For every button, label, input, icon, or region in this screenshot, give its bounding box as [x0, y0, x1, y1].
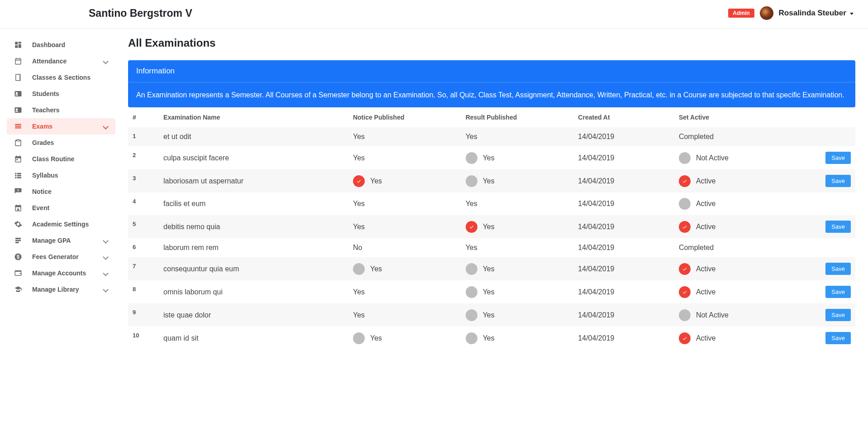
status-dot-red[interactable]: [466, 221, 477, 233]
gpa-icon: [14, 236, 25, 245]
status-dot-grey[interactable]: [466, 332, 477, 344]
sidebar-item-students[interactable]: Students: [7, 86, 115, 102]
info-box-title: Information: [128, 60, 855, 82]
sidebar-item-manage-accounts[interactable]: Manage Accounts: [7, 265, 115, 281]
save-button[interactable]: Save: [825, 286, 851, 298]
status-dot-red[interactable]: [679, 221, 691, 233]
status-dot-grey[interactable]: [466, 309, 477, 321]
save-button[interactable]: Save: [825, 152, 851, 164]
caret-down-icon: [850, 13, 854, 15]
result-text: Yes: [483, 154, 495, 162]
sidebar-item-teachers[interactable]: Teachers: [7, 102, 115, 118]
active-text: Active: [696, 177, 716, 185]
row-index: 4: [128, 192, 159, 215]
notice-published-cell: Yes: [348, 303, 461, 327]
set-active-cell: Active: [674, 169, 811, 192]
save-button[interactable]: Save: [825, 263, 851, 275]
status-dot-red[interactable]: [353, 175, 365, 187]
status-dot-grey[interactable]: [679, 309, 691, 321]
active-text: Completed: [679, 244, 714, 252]
status-dot-grey[interactable]: [679, 152, 691, 164]
action-cell: [811, 192, 855, 215]
sidebar-item-label: Manage Accounts: [32, 269, 86, 277]
notice-published-cell: Yes: [348, 146, 461, 169]
calendar-icon: [14, 57, 25, 65]
sidebar-item-dashboard[interactable]: Dashboard: [7, 37, 115, 53]
table-row: 3laboriosam ut aspernaturYesYes14/04/201…: [128, 169, 855, 192]
table-row: 9iste quae dolorYesYes14/04/2019Not Acti…: [128, 303, 855, 327]
status-dot-grey[interactable]: [353, 332, 365, 344]
status-dot-red[interactable]: [679, 332, 691, 344]
sidebar-item-fees-generator[interactable]: Fees Generator: [7, 249, 115, 265]
created-at: 14/04/2019: [573, 127, 674, 146]
table-row: 8omnis laborum quiYesYes14/04/2019Active…: [128, 280, 855, 303]
notice-published-cell: Yes: [348, 280, 461, 303]
sidebar-item-classes-sections[interactable]: Classes & Sections: [7, 69, 115, 86]
brand-title: Santino Bergstrom V: [89, 7, 192, 19]
created-at: 14/04/2019: [573, 257, 674, 280]
row-index: 1: [128, 127, 159, 146]
result-published-cell: Yes: [461, 127, 574, 146]
sidebar-item-label: Grades: [32, 139, 54, 146]
status-dot-grey[interactable]: [466, 286, 477, 298]
sidebar-item-label: Exams: [32, 123, 52, 130]
save-button[interactable]: Save: [825, 175, 851, 187]
avatar[interactable]: [760, 6, 773, 20]
save-button[interactable]: Save: [825, 332, 851, 344]
action-cell: Save: [811, 280, 855, 303]
sidebar-item-notice[interactable]: Notice: [7, 183, 115, 200]
created-at: 14/04/2019: [573, 280, 674, 303]
sidebar-item-syllabus[interactable]: Syllabus: [7, 167, 115, 183]
result-text: Yes: [483, 311, 495, 319]
content: All Examinations Information An Examinat…: [115, 29, 868, 363]
sidebar-item-academic-settings[interactable]: Academic Settings: [7, 216, 115, 232]
sidebar-item-label: Event: [32, 204, 49, 211]
header: Santino Bergstrom V Admin Rosalinda Steu…: [0, 0, 868, 29]
active-text: Completed: [679, 133, 714, 141]
sidebar-item-class-routine[interactable]: Class Routine: [7, 151, 115, 167]
status-dot-grey[interactable]: [466, 175, 477, 187]
status-dot-red[interactable]: [679, 286, 691, 298]
sidebar-item-attendance[interactable]: Attendance: [7, 53, 115, 69]
result-published-cell: Yes: [461, 303, 574, 327]
action-cell: [811, 127, 855, 146]
created-at: 14/04/2019: [573, 146, 674, 169]
exam-name: omnis laborum qui: [159, 280, 348, 303]
status-dot-red[interactable]: [679, 175, 691, 187]
created-at: 14/04/2019: [573, 169, 674, 192]
user-dropdown[interactable]: Rosalinda Steuber: [779, 9, 854, 18]
set-active-cell: Active: [674, 327, 811, 350]
table-row: 10quam id sitYesYes14/04/2019ActiveSave: [128, 327, 855, 350]
created-at: 14/04/2019: [573, 192, 674, 215]
save-button[interactable]: Save: [825, 221, 851, 233]
notice-published-cell: Yes: [348, 192, 461, 215]
sidebar-item-grades[interactable]: Grades: [7, 135, 115, 151]
exam-table: # Examination Name Notice Published Resu…: [128, 107, 855, 350]
sidebar-item-event[interactable]: Event: [7, 200, 115, 216]
exam-name: quam id sit: [159, 327, 348, 350]
sidebar-item-label: Academic Settings: [32, 221, 89, 228]
result-text: Yes: [483, 177, 495, 185]
action-cell: [811, 238, 855, 257]
status-dot-grey[interactable]: [353, 263, 365, 275]
status-dot-red[interactable]: [679, 263, 691, 275]
table-row: 7consequuntur quia eumYesYes14/04/2019Ac…: [128, 257, 855, 280]
set-active-cell: Not Active: [674, 146, 811, 169]
status-dot-grey[interactable]: [466, 263, 477, 275]
notice-published-cell: Yes: [348, 327, 461, 350]
row-index: 3: [128, 169, 159, 192]
sidebar-item-manage-library[interactable]: Manage Library: [7, 281, 115, 298]
money-icon: [14, 253, 25, 261]
username: Rosalinda Steuber: [779, 9, 846, 17]
action-cell: Save: [811, 257, 855, 280]
event-icon: [14, 204, 25, 212]
active-text: Not Active: [696, 154, 729, 162]
save-button[interactable]: Save: [825, 309, 851, 321]
sidebar-item-label: Syllabus: [32, 172, 58, 179]
status-dot-grey[interactable]: [679, 198, 691, 210]
sidebar-item-exams[interactable]: Exams: [7, 118, 115, 135]
status-dot-grey[interactable]: [466, 152, 477, 164]
dashboard-icon: [14, 41, 25, 49]
notice-text: Yes: [353, 200, 365, 208]
sidebar-item-manage-gpa[interactable]: Manage GPA: [7, 232, 115, 249]
